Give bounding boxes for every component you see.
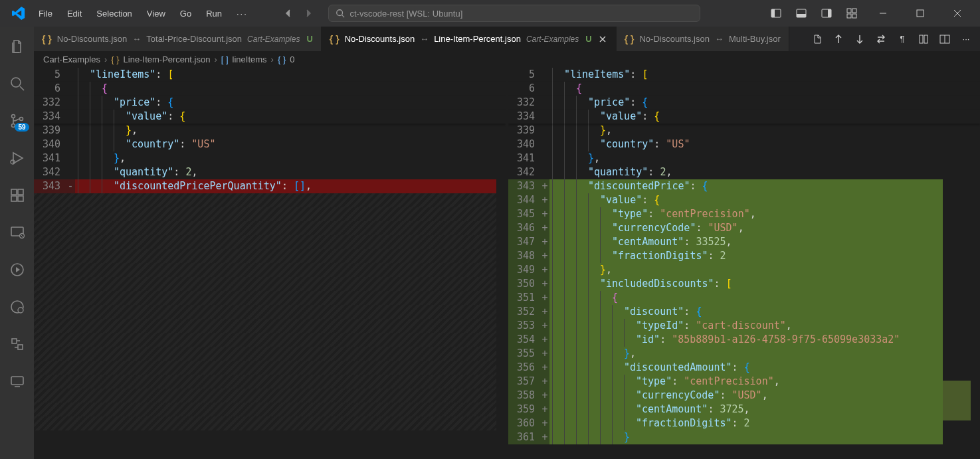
diff-editor: 5"lineItems": [6{332"price": {334"value"… xyxy=(34,68,980,459)
nav-forward-icon[interactable] xyxy=(300,5,316,21)
line-number: 343 xyxy=(508,179,540,193)
line-number: 341 xyxy=(508,151,540,165)
activity-extension-3-icon[interactable] xyxy=(1,365,33,397)
layout-customize-icon[interactable] xyxy=(843,5,860,22)
code-line[interactable]: 343-"discountedPricePerQuantity": [], xyxy=(34,179,506,193)
arrow-down-icon[interactable] xyxy=(851,31,868,48)
diff-sign: + xyxy=(540,305,549,319)
line-number: 339 xyxy=(34,124,66,138)
overview-ruler[interactable] xyxy=(971,68,980,459)
code-line[interactable]: 355+}, xyxy=(508,347,980,361)
code-line[interactable]: 342"quantity": 2, xyxy=(34,165,506,179)
split-editor-icon[interactable] xyxy=(936,31,953,48)
whitespace-icon[interactable]: ¶ xyxy=(894,31,911,48)
code-line[interactable]: 359+"centAmount": 3725, xyxy=(508,403,980,416)
breadcrumb[interactable]: Cart-Examples › { } Line-Item-Percent.js… xyxy=(34,52,980,68)
diff-placeholder-line xyxy=(34,277,506,291)
diff-placeholder-line xyxy=(34,305,506,319)
code-line[interactable]: 332"price": { xyxy=(508,96,980,110)
code-line[interactable]: 332"price": { xyxy=(34,96,506,110)
breadcrumb-item[interactable]: lineItems xyxy=(233,54,267,64)
command-center-search[interactable]: ct-vscode-rest [WSL: Ubuntu] xyxy=(328,5,700,22)
activity-extensions-icon[interactable] xyxy=(1,179,33,211)
code-line[interactable]: 356+"discountedAmount": { xyxy=(508,361,980,375)
window-minimize-icon[interactable] xyxy=(868,3,898,24)
window-maximize-icon[interactable] xyxy=(906,3,935,24)
code-line[interactable]: 341}, xyxy=(34,151,506,165)
code-line[interactable]: 348+"fractionDigits": 2 xyxy=(508,249,980,263)
menu-selection[interactable]: Selection xyxy=(90,6,138,21)
diff-inline-icon[interactable] xyxy=(915,31,932,48)
menu-edit[interactable]: Edit xyxy=(60,6,88,21)
line-number: 342 xyxy=(508,165,540,179)
window-close-icon[interactable] xyxy=(943,3,972,24)
compare-open-file-icon[interactable] xyxy=(809,31,826,48)
code-line[interactable]: 357+"type": "centPrecision", xyxy=(508,375,980,389)
code-line[interactable]: 358+"currencyCode": "USD", xyxy=(508,389,980,403)
code-line[interactable]: 340"country": "US" xyxy=(34,138,506,151)
code-line[interactable]: 339}, xyxy=(34,124,506,138)
menu-more-icon[interactable]: ··· xyxy=(230,6,254,21)
activity-explorer-icon[interactable] xyxy=(1,31,33,62)
git-untracked-badge: U xyxy=(306,34,312,44)
code-line[interactable]: 352+"discount": { xyxy=(508,305,980,319)
code-line[interactable]: 343+"discountedPrice": { xyxy=(508,179,980,193)
code-line[interactable]: 334"value": { xyxy=(34,110,506,124)
code-line[interactable]: 5"lineItems": [ xyxy=(34,68,506,82)
activity-remote-icon[interactable] xyxy=(1,217,33,248)
code-line[interactable]: 5"lineItems": [ xyxy=(508,68,980,82)
menu-file[interactable]: File xyxy=(32,6,59,21)
code-line[interactable]: 345+"type": "centPrecision", xyxy=(508,207,980,221)
diff-placeholder-line xyxy=(34,416,506,430)
code-line[interactable]: 6{ xyxy=(508,82,980,96)
diff-pane-modified[interactable]: 5"lineItems": [6{332"price": {334"value"… xyxy=(508,68,980,459)
overview-ruler[interactable] xyxy=(496,68,506,459)
code-line[interactable]: 349+}, xyxy=(508,263,980,277)
code-line[interactable]: 361+} xyxy=(508,430,980,444)
activity-extension-2-icon[interactable] xyxy=(1,328,33,360)
more-actions-icon[interactable]: ··· xyxy=(957,31,975,48)
code-line[interactable]: 353+"typeId": "cart-discount", xyxy=(508,319,980,333)
code-line[interactable]: 344+"value": { xyxy=(508,193,980,207)
svg-point-18 xyxy=(11,115,15,118)
menu-view[interactable]: View xyxy=(140,6,172,21)
svg-rect-9 xyxy=(852,9,856,13)
activity-run-debug-icon[interactable] xyxy=(1,142,33,174)
layout-sidebar-left-icon[interactable] xyxy=(767,5,785,22)
minimap[interactable] xyxy=(943,68,971,459)
tab-multi-buy[interactable]: { } No-Discounts.json ↔ Multi-Buy.jsor xyxy=(617,27,789,51)
arrow-up-icon[interactable] xyxy=(830,31,847,48)
tab-total-price-discount[interactable]: { } No-Discounts.json ↔ Total-Price-Disc… xyxy=(34,27,322,51)
swap-icon[interactable] xyxy=(872,31,890,48)
tab-line-item-percent[interactable]: { } No-Discounts.json ↔ Line-Item-Percen… xyxy=(322,27,617,51)
nav-back-icon[interactable] xyxy=(280,5,296,21)
activity-search-icon[interactable] xyxy=(1,68,33,100)
layout-sidebar-right-icon[interactable] xyxy=(818,5,835,22)
activity-source-control-icon[interactable]: 59 xyxy=(1,105,33,137)
line-number: 357 xyxy=(508,375,540,389)
code-line[interactable]: 346+"currencyCode": "USD", xyxy=(508,221,980,235)
code-line[interactable]: 342"quantity": 2, xyxy=(508,165,980,179)
code-line[interactable]: 347+"centAmount": 33525, xyxy=(508,235,980,249)
code-line[interactable]: 360+"fractionDigits": 2 xyxy=(508,416,980,430)
code-line[interactable]: 354+"id": "85b889b1-a126-4758-9f75-65099… xyxy=(508,333,980,347)
close-tab-icon[interactable] xyxy=(597,34,608,45)
layout-panel-bottom-icon[interactable] xyxy=(793,5,810,22)
code-line[interactable]: 350+"includedDiscounts": [ xyxy=(508,277,980,291)
code-line[interactable]: 334"value": { xyxy=(508,110,980,124)
breadcrumb-item[interactable]: 0 xyxy=(290,54,294,64)
activity-testing-icon[interactable] xyxy=(1,254,33,286)
code-line[interactable]: 340"country": "US" xyxy=(508,138,980,151)
breadcrumb-item[interactable]: Line-Item-Percent.json xyxy=(124,54,211,64)
code-line[interactable]: 351+{ xyxy=(508,291,980,305)
diff-arrow-icon: ↔ xyxy=(420,34,429,44)
diff-sign: + xyxy=(540,319,549,333)
code-line[interactable]: 6{ xyxy=(34,82,506,96)
code-line[interactable]: 339}, xyxy=(508,124,980,138)
activity-extension-1-icon[interactable] xyxy=(1,291,33,323)
breadcrumb-item[interactable]: Cart-Examples xyxy=(43,54,100,64)
code-line[interactable]: 341}, xyxy=(508,151,980,165)
diff-pane-original[interactable]: 5"lineItems": [6{332"price": {334"value"… xyxy=(34,68,508,459)
menu-go[interactable]: Go xyxy=(173,6,198,21)
menu-run[interactable]: Run xyxy=(199,6,229,21)
